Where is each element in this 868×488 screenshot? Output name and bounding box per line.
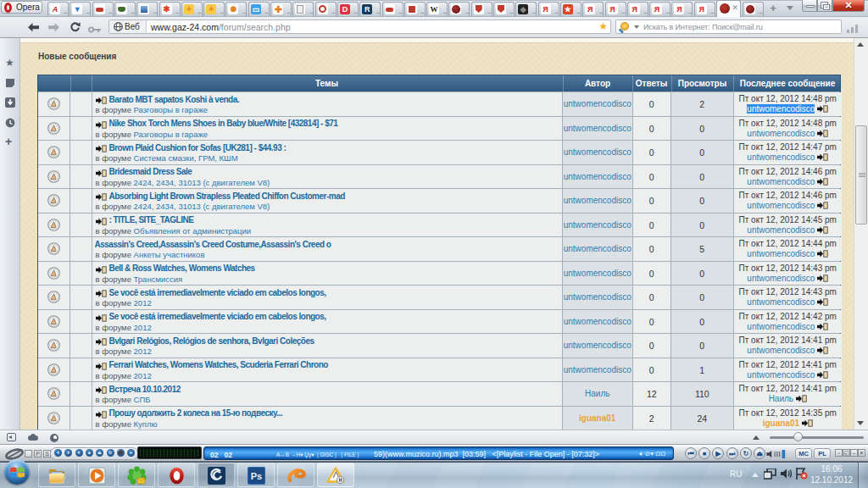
svg-text:Ps: Ps [251, 471, 262, 481]
